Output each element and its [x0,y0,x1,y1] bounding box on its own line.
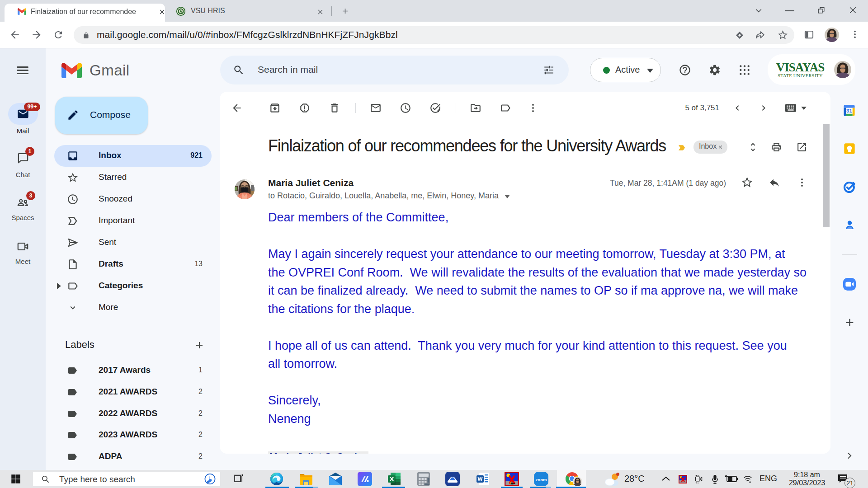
svg-text:31: 31 [846,108,852,113]
svg-text:zoom: zoom [536,477,547,482]
